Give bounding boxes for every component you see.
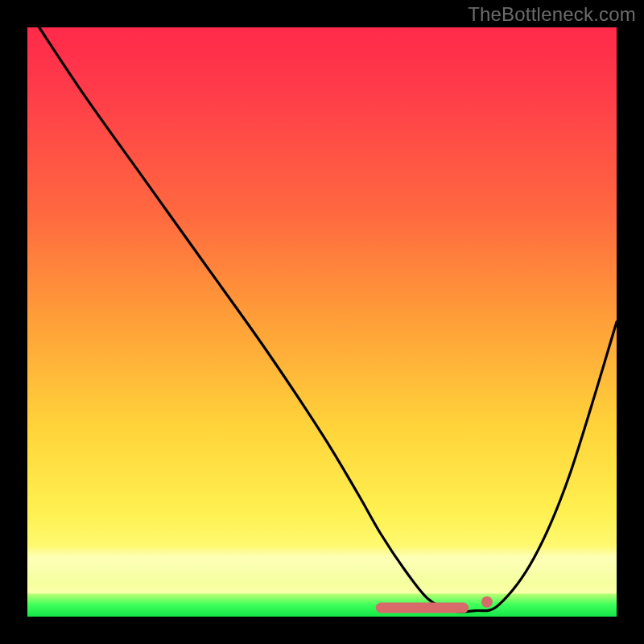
bottleneck-curve-line (39, 27, 617, 612)
chart-frame: TheBottleneck.com (0, 0, 644, 644)
optimal-point-marker (481, 597, 493, 608)
plot-area (27, 27, 617, 617)
chart-svg (27, 27, 617, 617)
watermark-text: TheBottleneck.com (468, 3, 636, 26)
